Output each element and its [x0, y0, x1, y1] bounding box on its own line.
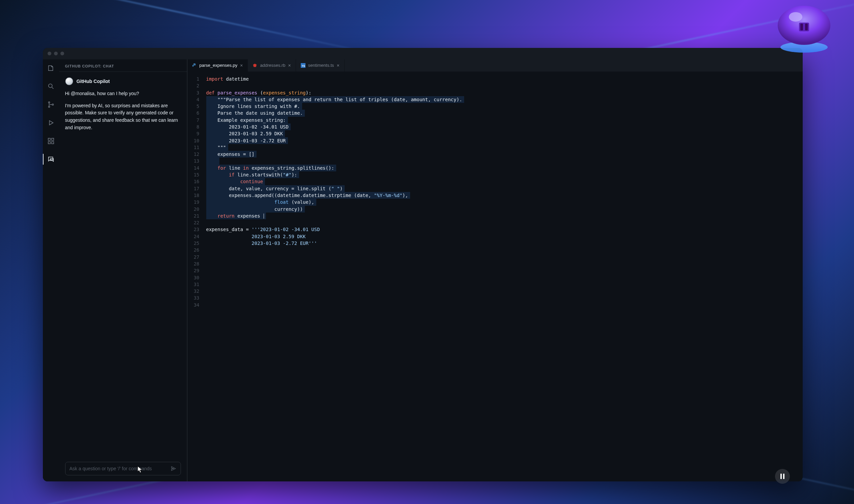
svg-rect-4	[48, 138, 50, 140]
editor-window: GITHUB COPILOT: CHAT GitHub Copilot Hi @…	[43, 48, 803, 481]
svg-rect-5	[51, 138, 53, 140]
svg-point-1	[48, 102, 50, 103]
activity-extensions-icon[interactable]	[43, 134, 59, 148]
chat-greeting: Hi @monalisa, how can I help you?	[65, 90, 181, 97]
code-editor[interactable]: 1234567891011121314151617181920212223242…	[187, 72, 803, 481]
activity-search-icon[interactable]	[43, 79, 59, 93]
activity-bar	[43, 59, 59, 481]
svg-point-8	[193, 64, 194, 64]
chat-input-container	[65, 462, 181, 475]
file-ts-icon: TS	[301, 63, 306, 68]
svg-rect-15	[800, 24, 803, 30]
tab-label: sentiments.ts	[308, 63, 334, 68]
activity-chat-icon[interactable]	[43, 152, 59, 166]
activity-source-control-icon[interactable]	[43, 98, 59, 111]
activity-files-icon[interactable]	[43, 61, 59, 75]
chat-input[interactable]	[70, 466, 171, 471]
close-icon[interactable]: ×	[240, 63, 243, 68]
svg-rect-6	[48, 142, 50, 144]
chat-panel: GITHUB COPILOT: CHAT GitHub Copilot Hi @…	[59, 59, 187, 481]
close-icon[interactable]: ×	[336, 63, 339, 68]
svg-rect-14	[799, 23, 809, 31]
traffic-light-close[interactable]	[48, 52, 51, 55]
svg-rect-16	[805, 24, 808, 30]
file-python-icon	[192, 63, 197, 68]
activity-run-debug-icon[interactable]	[43, 116, 59, 129]
pause-button[interactable]	[775, 469, 790, 484]
tab-label: addresses.rb	[260, 63, 285, 68]
window-titlebar	[43, 48, 803, 59]
svg-rect-7	[51, 142, 53, 144]
tab-addresses-rb[interactable]: addresses.rb×	[248, 59, 296, 72]
editor-tabs: parse_expenses.py×addresses.rb×TSsentime…	[187, 59, 803, 72]
tab-label: parse_expenses.py	[199, 63, 238, 68]
close-icon[interactable]: ×	[288, 63, 291, 68]
line-number-gutter: 1234567891011121314151617181920212223242…	[187, 72, 203, 481]
svg-text:TS: TS	[301, 64, 305, 67]
send-button[interactable]	[171, 466, 176, 472]
file-ruby-icon	[252, 63, 257, 68]
traffic-light-zoom[interactable]	[60, 52, 64, 55]
code-content[interactable]: import datetime def parse_expenses (expe…	[203, 72, 803, 481]
tab-sentiments-ts[interactable]: TSsentiments.ts×	[296, 59, 345, 72]
traffic-light-minimize[interactable]	[54, 52, 58, 55]
tab-parse_expenses-py[interactable]: parse_expenses.py×	[187, 59, 248, 72]
svg-point-2	[48, 106, 50, 107]
chat-panel-title: GITHUB COPILOT: CHAT	[59, 59, 187, 72]
svg-point-0	[48, 84, 52, 88]
copilot-avatar-icon	[65, 77, 73, 85]
editor-panel: parse_expenses.py×addresses.rb×TSsentime…	[187, 59, 803, 481]
svg-point-3	[52, 104, 53, 105]
chat-bot-name: GitHub Copilot	[76, 78, 110, 84]
chat-intro: I'm powered by AI, so surprises and mist…	[65, 102, 181, 131]
